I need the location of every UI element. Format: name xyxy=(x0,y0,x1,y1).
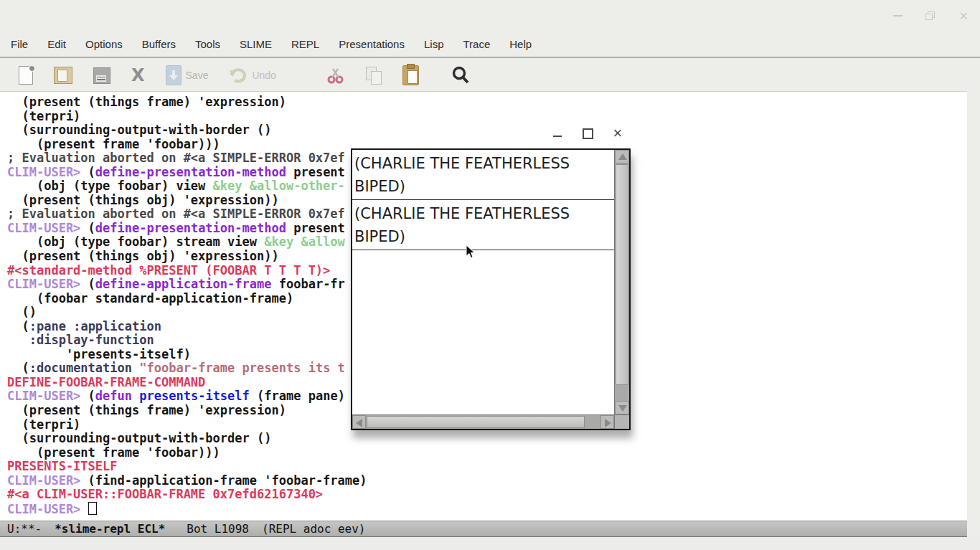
code-segment-green: &key &allow-other- xyxy=(213,179,345,193)
scroll-down-icon[interactable] xyxy=(615,401,629,414)
code-segment-red: PRESENTS-ITSELF xyxy=(7,459,118,473)
code-segment-plain: (present (things frame) 'expression) xyxy=(7,403,286,417)
menu-repl[interactable]: REPL xyxy=(291,37,320,52)
code-segment-plain: 'presents-itself) xyxy=(7,347,191,361)
code-segment-plain: present xyxy=(286,165,345,179)
paste-button[interactable] xyxy=(402,65,419,86)
code-segment-keyword: define-application-frame xyxy=(95,277,272,291)
vertical-scrollbar[interactable] xyxy=(614,150,629,414)
code-segment-plain xyxy=(66,319,73,333)
code-segment-comment: ; Evaluation aborted on #<a SIMPLE-ERROR… xyxy=(7,207,345,221)
clim-titlebar[interactable]: × xyxy=(349,120,632,148)
code-segment-prompt: CLIM-USER> xyxy=(7,502,80,516)
clipboard-icon xyxy=(402,65,419,85)
code-segment-plain: (present (things frame) 'expression) xyxy=(7,95,286,109)
kill-buffer-button[interactable]: X xyxy=(131,65,145,86)
code-segment-plain: (terpri) xyxy=(7,417,80,432)
window-controls: × xyxy=(891,9,970,23)
cut-button[interactable] xyxy=(326,65,345,86)
code-segment-function: presents-itself xyxy=(139,389,250,403)
code-segment-builtin: :application xyxy=(73,319,161,333)
presentation-entry[interactable]: (CHARLIE THE FEATHERLESS BIPED) xyxy=(352,150,614,200)
echo-area[interactable] xyxy=(0,537,980,550)
scroll-right-icon[interactable] xyxy=(600,415,614,429)
code-segment-plain: (terpri) xyxy=(7,109,80,123)
code-segment-plain: (surrounding-output-with-border () xyxy=(7,431,271,445)
window-restore-icon[interactable] xyxy=(924,9,937,22)
clim-minimize-icon[interactable] xyxy=(552,128,563,139)
menu-presentations[interactable]: Presentations xyxy=(338,37,405,52)
code-segment-plain xyxy=(7,333,29,347)
code-segment-red: #<standard-method %PRESENT (FOOBAR T T T… xyxy=(7,263,330,278)
window-minimize-icon[interactable] xyxy=(891,9,904,22)
menu-file[interactable]: File xyxy=(10,37,29,52)
editor-line: CLIM-USER> (find-application-frame 'foob… xyxy=(7,474,967,488)
new-file-icon xyxy=(19,66,33,85)
code-segment-plain: foobar-fr xyxy=(271,277,344,291)
menu-buffers[interactable]: Buffers xyxy=(141,37,176,52)
menu-options[interactable]: Options xyxy=(85,37,123,52)
copy-button[interactable] xyxy=(366,65,382,86)
horizontal-scrollbar[interactable] xyxy=(352,414,614,429)
dired-button[interactable] xyxy=(93,65,110,86)
editor-line: CLIM-USER> xyxy=(7,502,967,517)
code-segment-plain: ( xyxy=(80,389,95,403)
code-segment-red: DEFINE-FOOBAR-FRAME-COMMAND xyxy=(7,375,205,389)
code-segment-plain: (present (things obj) 'expression)) xyxy=(7,249,279,263)
window-close-icon[interactable]: × xyxy=(957,9,970,22)
menu-trace[interactable]: Trace xyxy=(462,37,491,52)
search-button[interactable] xyxy=(451,65,471,86)
code-segment-keyword: define-presentation-method xyxy=(95,221,286,235)
code-segment-builtin: :pane xyxy=(29,319,66,333)
editor-line: (present (things frame) 'expression) xyxy=(7,95,967,110)
presentation-entry[interactable]: (CHARLIE THE FEATHERLESS BIPED) xyxy=(352,200,614,250)
menu-slime[interactable]: SLIME xyxy=(239,37,273,52)
code-segment-plain: ( xyxy=(7,361,29,375)
menu-tools[interactable]: Tools xyxy=(194,37,221,52)
code-segment-keyword: defun xyxy=(95,389,132,403)
code-segment-comment: ; Evaluation aborted on #<a SIMPLE-ERROR… xyxy=(7,151,345,165)
editor-line: PRESENTS-ITSELF xyxy=(7,460,967,474)
menu-lisp[interactable]: Lisp xyxy=(423,37,445,52)
clim-frame-window: × (CHARLIE THE FEATHERLESS BIPED)(CHARLI… xyxy=(349,120,632,432)
search-icon xyxy=(451,65,471,85)
code-segment-red: #<a CLIM-USER::FOOBAR-FRAME 0x7efd621673… xyxy=(7,487,323,501)
horizontal-scrollbar-thumb[interactable] xyxy=(367,416,585,428)
copy-icon xyxy=(366,67,382,84)
code-segment-green: &key &allow xyxy=(264,234,345,249)
code-segment-plain: ( xyxy=(80,277,95,291)
scroll-left-icon[interactable] xyxy=(352,415,366,429)
code-segment-plain: (surrounding-output-with-border () xyxy=(7,123,271,137)
open-file-button[interactable] xyxy=(54,65,72,86)
modeline-flags: U:**- xyxy=(7,522,42,536)
editor-line: (present frame 'foobar))) xyxy=(7,446,967,460)
code-segment-plain: (present frame 'foobar))) xyxy=(7,445,220,460)
menu-edit[interactable]: Edit xyxy=(47,37,67,52)
clim-application-pane: (CHARLIE THE FEATHERLESS BIPED)(CHARLIE … xyxy=(351,148,631,430)
text-cursor xyxy=(88,502,97,515)
code-segment-plain: present xyxy=(286,221,345,235)
code-segment-plain: (obj (type foobar) view xyxy=(7,179,213,193)
modeline-buffer-name: *slime-repl ECL* xyxy=(55,522,165,536)
emacs-window: × FileEditOptionsBuffersToolsSLIMEREPLPr… xyxy=(0,0,980,550)
vertical-scrollbar-thumb[interactable] xyxy=(616,164,628,385)
new-file-button[interactable] xyxy=(19,65,33,86)
save-button[interactable]: Save xyxy=(166,65,209,86)
undo-icon xyxy=(229,67,248,84)
undo-button[interactable]: Undo xyxy=(229,65,275,86)
code-segment-builtin: :documentation xyxy=(29,361,132,375)
clim-maximize-icon[interactable] xyxy=(582,128,593,139)
code-segment-prompt: CLIM-USER> xyxy=(7,165,80,179)
code-segment-plain xyxy=(132,361,139,375)
code-segment-string: "foobar-frame presents its t xyxy=(139,361,345,375)
undo-label: Undo xyxy=(252,70,275,81)
clim-close-icon[interactable]: × xyxy=(612,128,623,139)
scroll-up-icon[interactable] xyxy=(615,150,629,163)
code-segment-plain: (frame pane) xyxy=(250,389,345,403)
code-segment-prompt: CLIM-USER> xyxy=(7,277,80,291)
save-icon xyxy=(166,65,182,85)
open-folder-icon xyxy=(54,67,72,84)
editor-line: #<a CLIM-USER::FOOBAR-FRAME 0x7efd621673… xyxy=(7,488,967,502)
menu-help[interactable]: Help xyxy=(509,37,532,52)
modeline: U:**- *slime-repl ECL* Bot L1098 (REPL a… xyxy=(0,521,967,537)
